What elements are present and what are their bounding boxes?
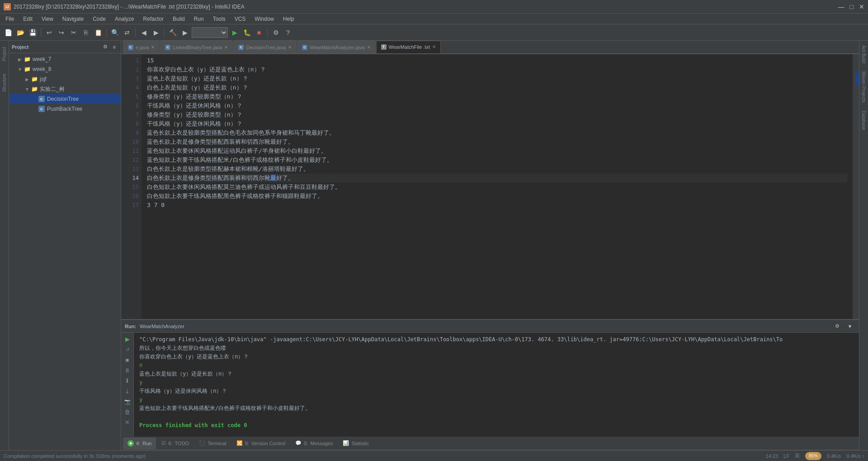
bottom-tab-todo[interactable]: ☑ 6: TODO xyxy=(157,437,193,449)
menu-analyze[interactable]: Analyze xyxy=(111,15,138,23)
file-tab-linkedbinarytree[interactable]: C LinkedBinaryTree.java ✕ xyxy=(160,41,233,53)
tree-item-jsjf2[interactable]: ▶ 📁 jsjf xyxy=(9,74,121,84)
run-rerun-button[interactable]: ↺ xyxy=(123,345,132,354)
run-step-button[interactable]: ⬇ xyxy=(123,376,132,385)
menu-file[interactable]: File xyxy=(2,15,18,23)
settings-button[interactable]: ⚙ xyxy=(270,27,281,38)
run-pause-button[interactable]: ⏸ xyxy=(123,366,132,375)
language-indicator[interactable]: 英 xyxy=(795,452,800,459)
run-stop-button[interactable]: ■ xyxy=(123,355,132,364)
sidebar-item-project[interactable]: Project xyxy=(1,45,8,63)
run-minimize-icon[interactable]: ▼ xyxy=(844,321,855,332)
code-line: 蓝色短款上衣要干练风格搭配米/白色裤子或格纹裤子和小皮鞋最好了。 xyxy=(147,155,847,165)
project-expand-icon[interactable]: ≡ xyxy=(111,43,118,51)
code-line: 干练风格（y）还是休闲风格（n）？ xyxy=(147,101,847,110)
copy-button[interactable]: ⎘ xyxy=(80,27,91,38)
bottom-tab-messages[interactable]: 💬 0: Messages xyxy=(291,437,337,449)
menu-code[interactable]: Code xyxy=(89,15,109,23)
terminal-icon: ⬛ xyxy=(199,440,205,446)
menu-bar: File Edit View Navigate Code Analyze Ref… xyxy=(0,14,868,24)
tree-item-pushbacktree[interactable]: C PushBackTree xyxy=(9,104,121,114)
find-button[interactable]: 🔍 xyxy=(109,27,120,38)
run-config-dropdown[interactable] xyxy=(192,27,228,38)
stop-button[interactable]: ■ xyxy=(254,27,264,38)
close-tab-icon[interactable]: ✕ xyxy=(288,45,292,50)
save-all-button[interactable]: 💾 xyxy=(27,27,38,38)
file-tab-wearmatchanalyzer[interactable]: C WearMatchAnalyzer.java ✕ xyxy=(297,41,375,53)
menu-build[interactable]: Build xyxy=(169,15,189,23)
replace-button[interactable]: ⇄ xyxy=(122,27,132,38)
run-tab-label[interactable]: WearMatchAnalyzer xyxy=(140,324,184,329)
toolbar-separator-2 xyxy=(106,28,107,37)
help-toolbar-button[interactable]: ? xyxy=(283,27,293,38)
bottom-tab-vcs[interactable]: 🔀 9: Version Control xyxy=(232,437,290,449)
undo-button[interactable]: ↩ xyxy=(44,27,55,38)
tree-item-decisiontree[interactable]: C DecisionTree xyxy=(9,94,121,104)
run-scroll-end-button[interactable]: ⤓ xyxy=(123,386,132,395)
menu-edit[interactable]: Edit xyxy=(19,15,36,23)
menu-navigate[interactable]: Navigate xyxy=(59,15,87,23)
sidebar-item-database[interactable]: Database xyxy=(860,109,867,132)
folder-icon: 📁 xyxy=(31,76,38,82)
menu-window[interactable]: Window xyxy=(251,15,278,23)
run-output-line: 蓝色上衣是短款（y）还是长款（n）？ xyxy=(139,370,854,378)
menu-vcs[interactable]: VCS xyxy=(231,15,250,23)
title-left: IJ 20172328lxy [D:\20172328lxy\20172328l… xyxy=(4,3,245,10)
menu-tools[interactable]: Tools xyxy=(209,15,229,23)
close-tab-icon[interactable]: ✕ xyxy=(151,45,155,50)
menu-refactor[interactable]: Refactor xyxy=(140,15,167,23)
status-bar: Compilation completed successfully in 3s… xyxy=(0,450,868,461)
tree-item-week7[interactable]: ▶ 📁 week_7 xyxy=(9,54,121,64)
new-file-button[interactable]: 📄 xyxy=(3,27,14,38)
menu-run[interactable]: Run xyxy=(190,15,208,23)
redo-button[interactable]: ↪ xyxy=(56,27,67,38)
tree-item-exp2[interactable]: ▼ 📁 实验二_树 xyxy=(9,84,121,94)
file-tabs: C e.java ✕ C LinkedBinaryTree.java ✕ C D… xyxy=(121,41,859,54)
run-play-button[interactable]: ▶ xyxy=(123,334,132,343)
run-output-line: 你喜欢穿白色上衣（y）还是蓝色上衣（n）？ xyxy=(139,353,854,361)
cut-button[interactable]: ✂ xyxy=(68,27,79,38)
run-button[interactable]: ▶ xyxy=(229,27,240,38)
paste-button[interactable]: 📋 xyxy=(93,27,104,38)
sidebar-item-maven-projects[interactable]: Maven Projects xyxy=(860,70,867,104)
file-tab-wearmatchfile[interactable]: T WearMatchFile .txt ✕ xyxy=(376,41,441,53)
line-ending[interactable]: LF xyxy=(783,453,789,459)
file-tab-ejava[interactable]: C e.java ✕ xyxy=(123,41,160,53)
run-clear-button[interactable]: 🗑 xyxy=(123,407,132,416)
vcs-icon: 🔀 xyxy=(236,440,243,446)
sidebar-item-ant-build[interactable]: Ant Build xyxy=(860,43,867,65)
cursor-position[interactable]: 14:23 xyxy=(766,453,778,459)
minimize-button[interactable]: — xyxy=(838,3,844,10)
close-button[interactable]: ✕ xyxy=(859,3,864,10)
line-number: 1 xyxy=(124,56,139,65)
run-settings-icon[interactable]: ⚙ xyxy=(832,321,843,332)
back-button[interactable]: ◀ xyxy=(138,27,149,38)
tree-item-label: week_7 xyxy=(33,56,51,62)
code-editor[interactable]: 15 你喜欢穿白色上衣（y）还是蓝色上衣（n）？ 蓝色上衣是短款（y）还是长款（… xyxy=(142,54,853,319)
bottom-tab-statistic[interactable]: 📊 Statistic xyxy=(338,437,373,449)
run-config-button[interactable]: ▶ xyxy=(179,27,190,38)
zoom-indicator[interactable]: 85% xyxy=(805,452,821,460)
open-button[interactable]: 📂 xyxy=(15,27,26,38)
debug-button[interactable]: 🐛 xyxy=(241,27,252,38)
tree-item-week8[interactable]: ▼ 📁 week_8 xyxy=(9,64,121,74)
menu-help[interactable]: Help xyxy=(279,15,298,23)
file-tab-label: e.java xyxy=(136,45,149,50)
line-number: 7 xyxy=(124,110,139,119)
bottom-tab-run[interactable]: ▶ 4: Run xyxy=(123,437,156,449)
menu-view[interactable]: View xyxy=(38,15,57,23)
close-tab-icon[interactable]: ✕ xyxy=(224,45,228,50)
build-button[interactable]: 🔨 xyxy=(167,27,178,38)
project-gear-icon[interactable]: ⚙ xyxy=(102,43,109,51)
file-tab-decisiontree[interactable]: C DecisionTree.java ✕ xyxy=(233,41,297,53)
close-tab-icon[interactable]: ✕ xyxy=(432,44,436,49)
run-controls: ▶ ↺ ■ ⏸ ⬇ ⤓ 📷 🗑 ✕ xyxy=(121,333,134,437)
run-camera-button[interactable]: 📷 xyxy=(123,397,132,406)
forward-button[interactable]: ▶ xyxy=(151,27,161,38)
run-close-button[interactable]: ✕ xyxy=(123,418,132,427)
bottom-tab-terminal[interactable]: ⬛ Terminal xyxy=(194,437,231,449)
app: IJ 20172328lxy [D:\20172328lxy\20172328l… xyxy=(0,0,868,461)
sidebar-item-structure[interactable]: Structure xyxy=(1,72,8,94)
close-tab-icon[interactable]: ✕ xyxy=(367,45,371,50)
maximize-button[interactable]: □ xyxy=(850,3,854,10)
